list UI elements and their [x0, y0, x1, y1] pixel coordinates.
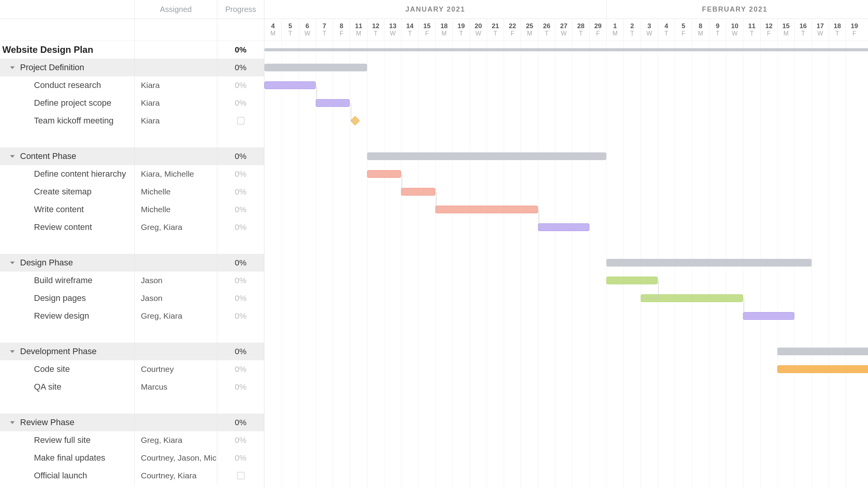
assigned-cell[interactable]: Jason: [134, 289, 217, 307]
collapse-caret-icon[interactable]: [10, 155, 15, 158]
collapse-caret-icon[interactable]: [10, 262, 15, 264]
progress-cell[interactable]: 0%: [217, 449, 264, 467]
gantt-bar-g4[interactable]: [777, 348, 868, 355]
gantt-bar-t8[interactable]: [606, 277, 658, 284]
task-row-t11[interactable]: Code siteCourtney0%: [0, 360, 264, 378]
progress-cell[interactable]: 0%: [217, 254, 264, 272]
day-of-week: W: [732, 30, 738, 37]
progress-cell[interactable]: 0%: [217, 165, 264, 183]
assigned-cell[interactable]: Michelle: [134, 183, 217, 201]
collapse-caret-icon[interactable]: [10, 421, 15, 424]
task-row-t6[interactable]: Write contentMichelle0%: [0, 201, 264, 218]
gantt-bar-g1[interactable]: [264, 64, 367, 71]
assigned-cell[interactable]: Michelle: [134, 201, 217, 218]
dependency-connector: [641, 298, 658, 299]
task-list-pane: Assigned Progress Website Design Plan0%P…: [0, 0, 264, 488]
day-of-week: M: [527, 30, 532, 37]
timeline-pane[interactable]: JANUARY 2021FEBRUARY 2021 4M5T6W7T8F11M1…: [264, 0, 868, 488]
task-row-t9[interactable]: Design pagesJason0%: [0, 289, 264, 307]
column-header-progress[interactable]: Progress: [217, 0, 264, 19]
assigned-cell[interactable]: Marcus: [134, 378, 217, 396]
day-column: 16T: [794, 19, 811, 41]
gantt-bar-t5[interactable]: [401, 188, 435, 196]
group-row-g4[interactable]: Development Phase0%: [0, 343, 264, 360]
group-row-g2[interactable]: Content Phase0%: [0, 147, 264, 165]
gantt-bar-t2[interactable]: [316, 99, 350, 107]
task-row-t3[interactable]: Team kickoff meetingKiara: [0, 112, 264, 130]
gantt-bar-plan[interactable]: [264, 48, 868, 51]
progress-cell[interactable]: 0%: [217, 289, 264, 307]
assigned-cell[interactable]: Courtney: [134, 360, 217, 378]
task-row-t12[interactable]: QA siteMarcus0%: [0, 378, 264, 396]
progress-cell[interactable]: [217, 467, 264, 485]
progress-cell[interactable]: 0%: [217, 218, 264, 236]
day-number: 8: [340, 22, 343, 30]
assigned-cell[interactable]: Kiara: [134, 76, 217, 94]
milestone-checkbox[interactable]: [237, 472, 245, 480]
progress-cell[interactable]: 0%: [217, 94, 264, 112]
progress-cell[interactable]: 0%: [217, 360, 264, 378]
day-column: 28T: [572, 19, 589, 41]
task-row-t2[interactable]: Define project scopeKiara0%: [0, 94, 264, 112]
gantt-bar-t7[interactable]: [538, 223, 589, 231]
assigned-cell[interactable]: Jason: [134, 272, 217, 289]
day-of-week: F: [682, 30, 685, 37]
assigned-cell[interactable]: Kiara: [134, 94, 217, 112]
day-of-week: T: [323, 30, 327, 37]
progress-cell[interactable]: 0%: [217, 414, 264, 431]
progress-cell[interactable]: 0%: [217, 201, 264, 218]
collapse-caret-icon[interactable]: [10, 66, 15, 69]
assigned-cell[interactable]: Greg, Kiara: [134, 218, 217, 236]
collapse-caret-icon[interactable]: [10, 350, 15, 353]
task-row-t5[interactable]: Create sitemapMichelle0%: [0, 183, 264, 201]
plan-row-plan[interactable]: Website Design Plan0%: [0, 41, 264, 59]
row-name-label: Conduct research: [34, 80, 101, 90]
column-header-row: Assigned Progress: [0, 0, 264, 19]
task-row-t10[interactable]: Review designGreg, Kiara0%: [0, 307, 264, 325]
day-of-week: W: [475, 30, 481, 37]
progress-cell[interactable]: 0%: [217, 76, 264, 94]
group-row-g1[interactable]: Project Definition0%: [0, 59, 264, 76]
day-column: 15M: [777, 19, 794, 41]
progress-cell[interactable]: 0%: [217, 343, 264, 360]
task-row-t13[interactable]: Review full siteGreg, Kiara0%: [0, 431, 264, 449]
task-row-t14[interactable]: Make final updatesCourtney, Jason, Miche…: [0, 449, 264, 467]
task-row-t15[interactable]: Official launchCourtney, Kiara: [0, 467, 264, 485]
day-of-week: F: [596, 30, 600, 37]
milestone-checkbox[interactable]: [237, 117, 245, 125]
group-row-g3[interactable]: Design Phase0%: [0, 254, 264, 272]
assigned-cell[interactable]: Greg, Kiara: [134, 307, 217, 325]
gantt-bar-t1[interactable]: [264, 81, 316, 89]
gantt-bar-t11[interactable]: [777, 365, 868, 373]
day-number: 7: [323, 22, 326, 30]
column-header-name: [0, 0, 134, 19]
assigned-cell[interactable]: Kiara: [134, 112, 217, 130]
progress-cell[interactable]: 0%: [217, 272, 264, 289]
assigned-cell[interactable]: Courtney, Jason, Michelle: [134, 449, 217, 467]
progress-cell[interactable]: 0%: [217, 183, 264, 201]
group-row-g5[interactable]: Review Phase0%: [0, 414, 264, 431]
assigned-cell[interactable]: Courtney, Kiara: [134, 467, 217, 485]
progress-cell[interactable]: 0%: [217, 378, 264, 396]
progress-cell[interactable]: 0%: [217, 147, 264, 165]
day-number: 15: [782, 22, 790, 30]
gantt-bar-g2[interactable]: [367, 152, 606, 160]
gantt-bar-g3[interactable]: [606, 259, 812, 267]
progress-cell[interactable]: [217, 112, 264, 130]
gantt-bar-t10[interactable]: [743, 312, 794, 320]
progress-cell[interactable]: 0%: [217, 307, 264, 325]
day-number: 18: [440, 22, 448, 30]
progress-cell[interactable]: 0%: [217, 41, 264, 59]
gantt-bar-t6[interactable]: [435, 206, 538, 213]
task-row-t4[interactable]: Define content hierarchyKiara, Michelle0…: [0, 165, 264, 183]
progress-cell[interactable]: 0%: [217, 431, 264, 449]
column-header-assigned[interactable]: Assigned: [134, 0, 217, 19]
gantt-bar-t4[interactable]: [367, 170, 401, 178]
task-row-t7[interactable]: Review contentGreg, Kiara0%: [0, 218, 264, 236]
progress-cell[interactable]: 0%: [217, 59, 264, 76]
task-row-t8[interactable]: Build wireframeJason0%: [0, 272, 264, 289]
task-row-t1[interactable]: Conduct researchKiara0%: [0, 76, 264, 94]
assigned-cell[interactable]: Greg, Kiara: [134, 431, 217, 449]
day-column: 19F: [846, 19, 863, 41]
assigned-cell[interactable]: Kiara, Michelle: [134, 165, 217, 183]
